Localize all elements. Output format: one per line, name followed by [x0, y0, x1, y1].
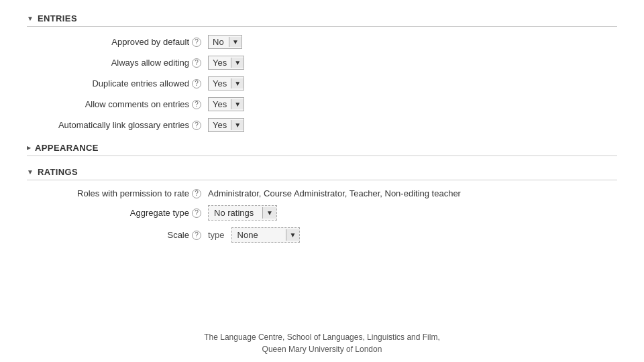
- help-icon-duplicate-entries[interactable]: ?: [192, 79, 201, 88]
- select-value-approved-by-default: No: [209, 36, 229, 48]
- form-row-approved-by-default: Approved by default ? No ▼: [27, 35, 617, 49]
- footer: The Language Centre, School of Languages…: [204, 331, 440, 355]
- select-value-allow-comments: Yes: [209, 98, 231, 111]
- control-approved-by-default: No ▼: [208, 35, 242, 49]
- ratings-section-header[interactable]: ▼ RATINGS: [27, 167, 617, 180]
- select-btn-auto-link[interactable]: ▼: [231, 120, 244, 130]
- control-auto-link: Yes ▼: [208, 118, 244, 132]
- help-icon-allow-comments[interactable]: ?: [192, 100, 201, 109]
- select-btn-aggregate-type[interactable]: ▼: [262, 207, 276, 219]
- entries-toggle-icon: ▼: [27, 15, 34, 22]
- appearance-section-header[interactable]: ▶ APPEARANCE: [27, 143, 617, 156]
- roles-permission-value: Administrator, Course Administrator, Tea…: [208, 188, 461, 198]
- appearance-section-title: APPEARANCE: [35, 143, 99, 153]
- label-auto-link: Automatically link glossary entries ?: [34, 120, 208, 130]
- select-value-scale: None: [232, 228, 286, 242]
- help-icon-roles-permission[interactable]: ?: [192, 189, 201, 198]
- label-aggregate-type: Aggregate type ?: [34, 208, 208, 218]
- form-row-auto-link: Automatically link glossary entries ? Ye…: [27, 118, 617, 132]
- ratings-section: ▼ RATINGS Roles with permission to rate …: [27, 167, 617, 243]
- ratings-toggle-icon: ▼: [27, 168, 34, 176]
- entries-section: ▼ ENTRIES Approved by default ? No ▼ Alw…: [27, 13, 617, 132]
- label-always-allow-editing: Always allow editing ?: [34, 58, 208, 68]
- form-row-scale: Scale ? type None ▼: [27, 227, 617, 243]
- help-icon-always-allow-editing[interactable]: ?: [192, 58, 201, 68]
- form-row-roles-permission: Roles with permission to rate ? Administ…: [27, 188, 617, 198]
- control-aggregate-type: No ratings ▼: [208, 205, 277, 221]
- entries-section-header[interactable]: ▼ ENTRIES: [27, 13, 617, 27]
- page-container: ▼ ENTRIES Approved by default ? No ▼ Alw…: [0, 0, 644, 362]
- select-duplicate-entries[interactable]: Yes ▼: [208, 76, 244, 90]
- entries-section-title: ENTRIES: [38, 13, 77, 23]
- control-allow-comments: Yes ▼: [208, 97, 244, 111]
- select-value-auto-link: Yes: [209, 119, 231, 131]
- help-icon-scale[interactable]: ?: [192, 231, 201, 240]
- label-roles-permission: Roles with permission to rate ?: [34, 188, 208, 198]
- help-icon-auto-link[interactable]: ?: [192, 121, 201, 130]
- select-btn-duplicate-entries[interactable]: ▼: [231, 78, 244, 88]
- appearance-section: ▶ APPEARANCE: [27, 143, 617, 156]
- select-btn-scale[interactable]: ▼: [286, 229, 300, 241]
- ratings-section-title: RATINGS: [38, 167, 78, 177]
- form-row-duplicate-entries: Duplicate entries allowed ? Yes ▼: [27, 76, 617, 90]
- scale-type-label: type: [208, 230, 225, 240]
- select-approved-by-default[interactable]: No ▼: [208, 35, 242, 49]
- label-allow-comments: Allow comments on entries ?: [34, 99, 208, 109]
- select-value-duplicate-entries: Yes: [209, 77, 231, 90]
- select-scale[interactable]: None ▼: [231, 227, 301, 243]
- select-value-aggregate-type: No ratings: [209, 206, 262, 220]
- help-icon-approved-by-default[interactable]: ?: [192, 38, 201, 47]
- select-allow-comments[interactable]: Yes ▼: [208, 97, 244, 111]
- help-icon-aggregate-type[interactable]: ?: [192, 208, 201, 218]
- control-roles-permission: Administrator, Course Administrator, Tea…: [208, 188, 461, 198]
- label-approved-by-default: Approved by default ?: [34, 37, 208, 47]
- form-row-always-allow-editing: Always allow editing ? Yes ▼: [27, 56, 617, 70]
- select-btn-approved-by-default[interactable]: ▼: [229, 37, 241, 47]
- control-scale: type None ▼: [208, 227, 300, 243]
- form-row-aggregate-type: Aggregate type ? No ratings ▼: [27, 205, 617, 221]
- select-always-allow-editing[interactable]: Yes ▼: [208, 56, 244, 70]
- footer-line1: The Language Centre, School of Languages…: [204, 331, 440, 343]
- label-scale: Scale ?: [34, 230, 208, 240]
- select-auto-link[interactable]: Yes ▼: [208, 118, 244, 132]
- select-aggregate-type[interactable]: No ratings ▼: [208, 205, 277, 221]
- label-duplicate-entries: Duplicate entries allowed ?: [34, 78, 208, 88]
- control-duplicate-entries: Yes ▼: [208, 76, 244, 90]
- select-btn-allow-comments[interactable]: ▼: [231, 99, 244, 109]
- select-btn-always-allow-editing[interactable]: ▼: [231, 58, 244, 68]
- control-always-allow-editing: Yes ▼: [208, 56, 244, 70]
- form-row-allow-comments: Allow comments on entries ? Yes ▼: [27, 97, 617, 111]
- select-value-always-allow-editing: Yes: [209, 56, 231, 69]
- appearance-toggle-icon: ▶: [27, 145, 31, 151]
- footer-line2: Queen Mary University of London: [204, 343, 440, 355]
